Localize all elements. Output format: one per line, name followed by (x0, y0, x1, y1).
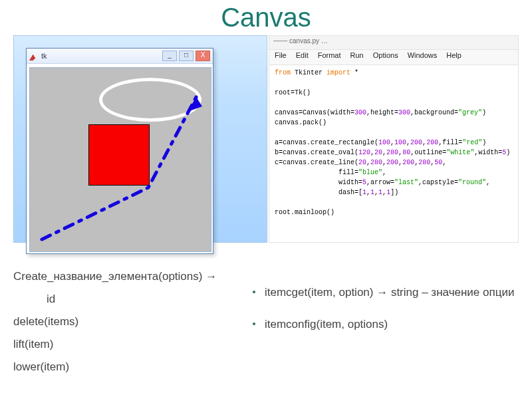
bullet-icon (253, 323, 255, 325)
menu-format[interactable]: Format (318, 51, 341, 63)
method-delete: delete(items) (13, 311, 246, 333)
method-create: Create_название_элемента(options) → (13, 265, 246, 288)
editor-menu: File Edit Format Run Options Windows Hel… (269, 50, 518, 65)
method-lower: lower(item) (13, 356, 246, 378)
bullet-icon (253, 291, 255, 293)
maximize-button[interactable]: □ (179, 51, 194, 61)
menu-windows[interactable]: Windows (408, 51, 438, 63)
methods-right: itemcget(item, option) → string – значен… (246, 265, 519, 378)
methods-left: Create_название_элемента(options) → id d… (13, 265, 246, 378)
tk-icon (29, 51, 39, 61)
menu-options[interactable]: Options (373, 51, 398, 63)
slide-title: Canvas (0, 0, 532, 35)
code-editor: ─── canvas.py … File Edit Format Run Opt… (269, 35, 519, 243)
methods-row: Create_название_элемента(options) → id d… (13, 265, 519, 378)
close-button[interactable]: X (196, 51, 210, 61)
method-lift: lift(item) (13, 333, 246, 356)
tk-window: tk _ □ X (26, 48, 213, 254)
minimize-button[interactable]: _ (162, 51, 177, 61)
tk-canvas (29, 67, 211, 252)
tk-titlebar: tk _ □ X (27, 49, 213, 64)
menu-help[interactable]: Help (446, 51, 462, 63)
menu-file[interactable]: File (275, 51, 287, 63)
dashed-path (42, 97, 196, 239)
method-itemcget: itemcget(item, option) → string – значен… (265, 281, 514, 304)
editor-titlebar: ─── canvas.py … (269, 36, 518, 50)
code-area: from Tkinter import * root=Tk() canvas=C… (269, 65, 518, 220)
top-row: tk _ □ X ── (13, 35, 519, 243)
method-create-id: id (13, 288, 246, 311)
tk-screenshot: tk _ □ X (13, 35, 267, 243)
method-itemconfig: itemconfig(item, options) (265, 313, 388, 336)
menu-edit[interactable]: Edit (296, 51, 309, 63)
blue-line (30, 68, 211, 251)
menu-run[interactable]: Run (350, 51, 364, 63)
tk-window-label: tk (41, 52, 47, 60)
